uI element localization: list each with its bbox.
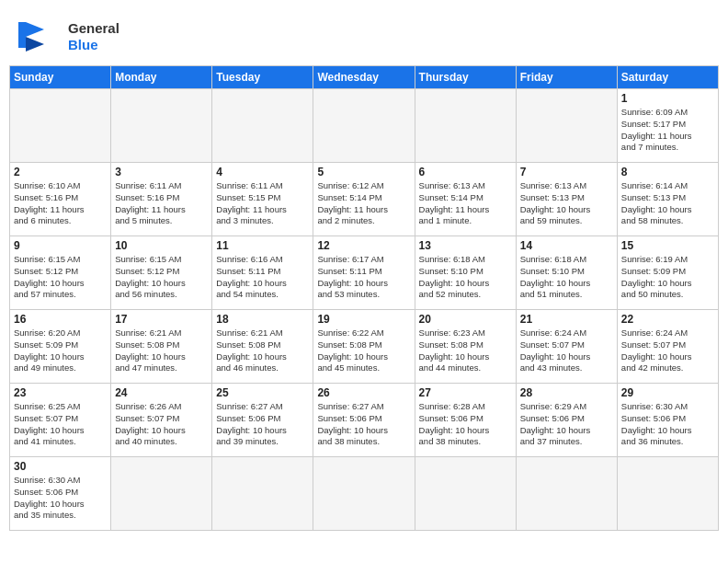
calendar-cell: 21Sunrise: 6:24 AM Sunset: 5:07 PM Dayli… xyxy=(516,310,617,384)
calendar-week-3: 9Sunrise: 6:15 AM Sunset: 5:12 PM Daylig… xyxy=(10,236,719,310)
calendar-cell: 30Sunrise: 6:30 AM Sunset: 5:06 PM Dayli… xyxy=(10,457,111,531)
day-info: Sunrise: 6:21 AM Sunset: 5:08 PM Dayligh… xyxy=(216,327,309,374)
day-number: 10 xyxy=(115,239,208,252)
calendar-week-6: 30Sunrise: 6:30 AM Sunset: 5:06 PM Dayli… xyxy=(10,457,719,531)
day-info: Sunrise: 6:11 AM Sunset: 5:15 PM Dayligh… xyxy=(216,180,309,227)
calendar-cell: 25Sunrise: 6:27 AM Sunset: 5:06 PM Dayli… xyxy=(212,384,313,457)
day-info: Sunrise: 6:09 AM Sunset: 5:17 PM Dayligh… xyxy=(621,107,714,154)
day-number: 13 xyxy=(419,239,512,252)
day-info: Sunrise: 6:27 AM Sunset: 5:06 PM Dayligh… xyxy=(317,401,410,448)
calendar-cell: 12Sunrise: 6:17 AM Sunset: 5:11 PM Dayli… xyxy=(313,236,415,310)
weekday-header-saturday: Saturday xyxy=(617,66,718,89)
calendar-cell: 16Sunrise: 6:20 AM Sunset: 5:09 PM Dayli… xyxy=(10,310,111,384)
calendar-cell xyxy=(516,89,617,163)
calendar-cell: 24Sunrise: 6:26 AM Sunset: 5:07 PM Dayli… xyxy=(111,384,212,457)
day-info: Sunrise: 6:26 AM Sunset: 5:07 PM Dayligh… xyxy=(115,401,208,448)
day-info: Sunrise: 6:23 AM Sunset: 5:08 PM Dayligh… xyxy=(419,327,512,374)
day-info: Sunrise: 6:15 AM Sunset: 5:12 PM Dayligh… xyxy=(115,254,208,301)
day-number: 7 xyxy=(520,166,613,178)
page-header: GeneralBlue xyxy=(9,9,719,60)
day-info: Sunrise: 6:24 AM Sunset: 5:07 PM Dayligh… xyxy=(621,327,714,374)
day-number: 5 xyxy=(317,166,410,178)
calendar-cell: 15Sunrise: 6:19 AM Sunset: 5:09 PM Dayli… xyxy=(617,236,718,310)
day-info: Sunrise: 6:17 AM Sunset: 5:11 PM Dayligh… xyxy=(317,254,410,301)
day-number: 17 xyxy=(115,313,208,326)
day-number: 4 xyxy=(216,166,309,178)
calendar-cell: 6Sunrise: 6:13 AM Sunset: 5:14 PM Daylig… xyxy=(415,163,516,236)
day-number: 9 xyxy=(14,239,107,252)
calendar-table: SundayMondayTuesdayWednesdayThursdayFrid… xyxy=(9,65,719,531)
calendar-cell: 14Sunrise: 6:18 AM Sunset: 5:10 PM Dayli… xyxy=(516,236,617,310)
calendar-cell: 22Sunrise: 6:24 AM Sunset: 5:07 PM Dayli… xyxy=(617,310,718,384)
day-info: Sunrise: 6:27 AM Sunset: 5:06 PM Dayligh… xyxy=(216,401,309,448)
logo: GeneralBlue xyxy=(18,18,119,55)
day-number: 26 xyxy=(317,386,410,399)
day-info: Sunrise: 6:11 AM Sunset: 5:16 PM Dayligh… xyxy=(115,180,208,227)
svg-marker-1 xyxy=(26,22,44,37)
day-number: 8 xyxy=(621,166,714,178)
calendar-cell: 11Sunrise: 6:16 AM Sunset: 5:11 PM Dayli… xyxy=(212,236,313,310)
day-info: Sunrise: 6:14 AM Sunset: 5:13 PM Dayligh… xyxy=(621,180,714,227)
calendar-cell: 23Sunrise: 6:25 AM Sunset: 5:07 PM Dayli… xyxy=(10,384,111,457)
weekday-header-monday: Monday xyxy=(111,66,212,89)
weekday-header-wednesday: Wednesday xyxy=(313,66,415,89)
day-number: 24 xyxy=(115,386,208,399)
calendar-cell: 17Sunrise: 6:21 AM Sunset: 5:08 PM Dayli… xyxy=(111,310,212,384)
weekday-header-tuesday: Tuesday xyxy=(212,66,313,89)
day-number: 15 xyxy=(621,239,714,252)
calendar-cell xyxy=(415,89,516,163)
day-info: Sunrise: 6:30 AM Sunset: 5:06 PM Dayligh… xyxy=(621,401,714,448)
calendar-cell: 18Sunrise: 6:21 AM Sunset: 5:08 PM Dayli… xyxy=(212,310,313,384)
calendar-cell: 10Sunrise: 6:15 AM Sunset: 5:12 PM Dayli… xyxy=(111,236,212,310)
calendar-cell: 20Sunrise: 6:23 AM Sunset: 5:08 PM Dayli… xyxy=(415,310,516,384)
calendar-cell xyxy=(10,89,111,163)
day-number: 14 xyxy=(520,239,613,252)
day-info: Sunrise: 6:25 AM Sunset: 5:07 PM Dayligh… xyxy=(14,401,107,448)
calendar-cell xyxy=(516,457,617,531)
day-info: Sunrise: 6:12 AM Sunset: 5:14 PM Dayligh… xyxy=(317,180,410,227)
calendar-week-5: 23Sunrise: 6:25 AM Sunset: 5:07 PM Dayli… xyxy=(10,384,719,457)
day-info: Sunrise: 6:24 AM Sunset: 5:07 PM Dayligh… xyxy=(520,327,613,374)
calendar-week-4: 16Sunrise: 6:20 AM Sunset: 5:09 PM Dayli… xyxy=(10,310,719,384)
weekday-header-thursday: Thursday xyxy=(415,66,516,89)
day-info: Sunrise: 6:13 AM Sunset: 5:13 PM Dayligh… xyxy=(520,180,613,227)
day-info: Sunrise: 6:21 AM Sunset: 5:08 PM Dayligh… xyxy=(115,327,208,374)
calendar-cell: 27Sunrise: 6:28 AM Sunset: 5:06 PM Dayli… xyxy=(415,384,516,457)
calendar-cell: 13Sunrise: 6:18 AM Sunset: 5:10 PM Dayli… xyxy=(415,236,516,310)
calendar-cell xyxy=(212,89,313,163)
calendar-cell xyxy=(111,457,212,531)
calendar-cell: 4Sunrise: 6:11 AM Sunset: 5:15 PM Daylig… xyxy=(212,163,313,236)
weekday-header-friday: Friday xyxy=(516,66,617,89)
day-number: 16 xyxy=(14,313,107,326)
day-number: 25 xyxy=(216,386,309,399)
calendar-cell: 7Sunrise: 6:13 AM Sunset: 5:13 PM Daylig… xyxy=(516,163,617,236)
calendar-cell xyxy=(415,457,516,531)
day-number: 30 xyxy=(14,460,107,473)
day-info: Sunrise: 6:16 AM Sunset: 5:11 PM Dayligh… xyxy=(216,254,309,301)
day-info: Sunrise: 6:18 AM Sunset: 5:10 PM Dayligh… xyxy=(419,254,512,301)
calendar-cell: 26Sunrise: 6:27 AM Sunset: 5:06 PM Dayli… xyxy=(313,384,415,457)
calendar-week-1: 1Sunrise: 6:09 AM Sunset: 5:17 PM Daylig… xyxy=(10,89,719,163)
day-number: 23 xyxy=(14,386,107,399)
day-number: 19 xyxy=(317,313,410,326)
day-number: 11 xyxy=(216,239,309,252)
day-number: 3 xyxy=(115,166,208,178)
calendar-week-2: 2Sunrise: 6:10 AM Sunset: 5:16 PM Daylig… xyxy=(10,163,719,236)
day-number: 27 xyxy=(419,386,512,399)
day-info: Sunrise: 6:19 AM Sunset: 5:09 PM Dayligh… xyxy=(621,254,714,301)
calendar-cell xyxy=(617,457,718,531)
day-number: 1 xyxy=(621,92,714,105)
calendar-cell xyxy=(313,457,415,531)
day-info: Sunrise: 6:29 AM Sunset: 5:06 PM Dayligh… xyxy=(520,401,613,448)
calendar-cell: 28Sunrise: 6:29 AM Sunset: 5:06 PM Dayli… xyxy=(516,384,617,457)
weekday-header-sunday: Sunday xyxy=(10,66,111,89)
day-info: Sunrise: 6:18 AM Sunset: 5:10 PM Dayligh… xyxy=(520,254,613,301)
calendar-cell: 9Sunrise: 6:15 AM Sunset: 5:12 PM Daylig… xyxy=(10,236,111,310)
svg-marker-2 xyxy=(26,37,44,52)
calendar-cell: 3Sunrise: 6:11 AM Sunset: 5:16 PM Daylig… xyxy=(111,163,212,236)
day-number: 21 xyxy=(520,313,613,326)
day-number: 12 xyxy=(317,239,410,252)
calendar-cell: 29Sunrise: 6:30 AM Sunset: 5:06 PM Dayli… xyxy=(617,384,718,457)
calendar-cell: 1Sunrise: 6:09 AM Sunset: 5:17 PM Daylig… xyxy=(617,89,718,163)
day-number: 18 xyxy=(216,313,309,326)
